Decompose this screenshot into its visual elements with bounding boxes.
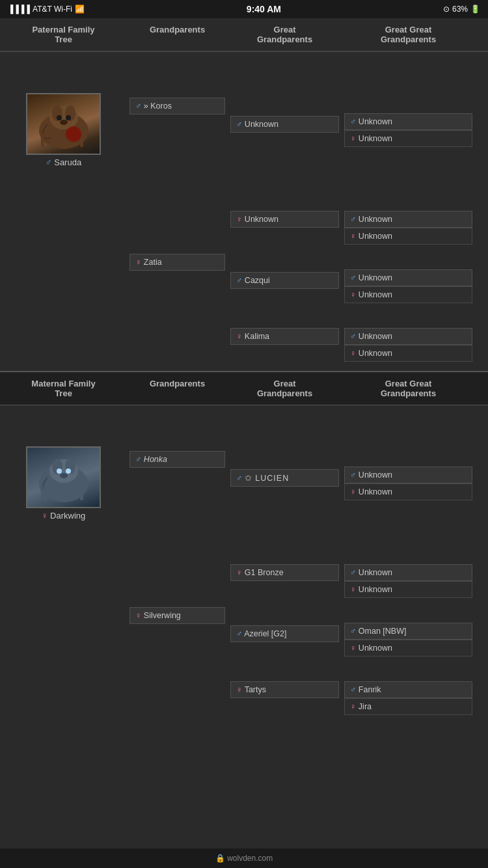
empty-m4 bbox=[0, 697, 127, 699]
paternal-header: Paternal FamilyTree Grandparents GreatGr… bbox=[0, 18, 488, 52]
gggp-mat-3-cell: ♂ Oman [NBW] ♀ Unknown bbox=[342, 620, 475, 659]
signal-icon: ▐▐▐▐ bbox=[8, 5, 30, 14]
gggp-mat-1-m[interactable]: ♂ Unknown bbox=[344, 467, 472, 483]
gp2-silverwing[interactable]: ♀ Silverwing bbox=[129, 607, 225, 624]
footer-lock-icon: 🔒 bbox=[215, 854, 225, 863]
gggp1-cell: ♂ Unknown ♀ Unknown bbox=[342, 111, 475, 150]
gggp4-m[interactable]: ♂ Unknown bbox=[344, 328, 472, 345]
silverwing-cell: ♀ Silverwing bbox=[127, 601, 228, 679]
svg-point-14 bbox=[57, 468, 62, 474]
silverwing-gender: ♀ bbox=[135, 611, 141, 620]
maternal-tree: ♀ Darkwing ♂ Honka ♂ ✩ LUCIEN ♂ Unknown bbox=[0, 405, 488, 724]
maternal-row-4: ♀ Tartys ♂ Fanrik ♀ Jira bbox=[0, 679, 488, 718]
maternal-tree-label: Maternal FamilyTree bbox=[0, 377, 127, 400]
svg-rect-17 bbox=[41, 487, 44, 500]
ggp1-gender: ♂ bbox=[236, 120, 242, 129]
darkwing-portrait[interactable] bbox=[26, 446, 101, 508]
honka-gender: ♂ bbox=[135, 455, 141, 464]
maternal-row-2: ♀ G1 Bronze ♂ Unknown ♀ Unknown bbox=[0, 562, 488, 601]
gggp2-m[interactable]: ♂ Unknown bbox=[344, 211, 472, 228]
ggp4-kalima[interactable]: ♀ Kalima bbox=[230, 328, 339, 345]
lucien-gender: ♂ bbox=[236, 474, 242, 483]
gggp-mat-4-f[interactable]: ♀ Jira bbox=[344, 698, 472, 715]
paternal-row-1: ♂ Saruda ♂ » Koros ♂ Unknown ♂ Unknown bbox=[0, 52, 488, 208]
ggp3-cell: ♂ Cazqui bbox=[228, 267, 342, 306]
gggp-mat-4-m[interactable]: ♂ Fanrik bbox=[344, 681, 472, 698]
svg-point-4 bbox=[57, 115, 62, 120]
lucien-name: ✩ LUCIEN bbox=[245, 474, 289, 483]
gggp-mat-1-cell: ♂ Unknown ♀ Unknown bbox=[342, 464, 475, 503]
wifi-icon: 📶 bbox=[75, 5, 85, 14]
status-bar: ▐▐▐▐ AT&T Wi-Fi 📶 9:40 AM ⊙ 63% 🔋 bbox=[0, 0, 488, 18]
tartys-gender: ♀ bbox=[236, 685, 242, 694]
empty-m1 bbox=[0, 580, 127, 582]
battery-icon: 🔋 bbox=[470, 5, 480, 14]
svg-point-6 bbox=[60, 120, 68, 125]
maternal-row-3: ♀ Silverwing ♂ Azeriel [G2] ♂ Oman [NBW]… bbox=[0, 601, 488, 679]
gggp-mat-2-f[interactable]: ♀ Unknown bbox=[344, 581, 472, 598]
ggp2-cell: ♀ Unknown bbox=[228, 208, 342, 247]
honka-cell: ♂ Honka bbox=[127, 444, 228, 522]
paternal-ggp-label: GreatGrandparents bbox=[228, 23, 342, 46]
zatia-gender: ♀ bbox=[135, 258, 141, 267]
gggp-mat-3-f[interactable]: ♀ Unknown bbox=[344, 640, 472, 657]
paternal-row-3: ♀ Zatia ♂ Cazqui ♂ Unknown ♀ Unknown bbox=[0, 247, 488, 325]
gggp-mat-2-m[interactable]: ♂ Unknown bbox=[344, 564, 472, 581]
darkwing-gender-icon: ♀ bbox=[42, 511, 48, 521]
gggp1-f[interactable]: ♀ Unknown bbox=[344, 130, 472, 147]
gggp1-m[interactable]: ♂ Unknown bbox=[344, 113, 472, 130]
ggp3-azeriel[interactable]: ♂ Azeriel [G2] bbox=[230, 625, 339, 642]
ggp1[interactable]: ♂ Unknown bbox=[230, 116, 339, 133]
svg-point-9 bbox=[66, 126, 81, 142]
battery-label: 63% bbox=[452, 5, 468, 14]
maternal-row-1: ♀ Darkwing ♂ Honka ♂ ✩ LUCIEN ♂ Unknown bbox=[0, 405, 488, 562]
paternal-row-4: ♀ Kalima ♂ Unknown ♀ Unknown bbox=[0, 325, 488, 364]
cazqui-gender: ♂ bbox=[236, 276, 242, 285]
subject-darkwing-cell: ♀ Darkwing bbox=[0, 405, 127, 562]
ggp2-g1bronze[interactable]: ♀ G1 Bronze bbox=[230, 564, 339, 581]
silverwing-name: Silverwing bbox=[144, 611, 181, 620]
empty-m3 bbox=[0, 638, 127, 641]
empty-m2 bbox=[127, 580, 228, 582]
gggp4-cell: ♂ Unknown ♀ Unknown bbox=[342, 325, 475, 364]
ggp1-name: Unknown bbox=[245, 120, 278, 129]
gggp3-m[interactable]: ♂ Unknown bbox=[344, 269, 472, 286]
ggp4-cell: ♀ Kalima bbox=[228, 325, 342, 364]
gggp-mat-1-f[interactable]: ♀ Unknown bbox=[344, 483, 472, 500]
lock-icon: ⊙ bbox=[443, 5, 450, 14]
saruda-portrait[interactable] bbox=[26, 93, 101, 155]
ggp1-lucien[interactable]: ♂ ✩ LUCIEN bbox=[230, 469, 339, 487]
saruda-name[interactable]: ♂ Saruda bbox=[46, 157, 81, 167]
gp1-koros[interactable]: ♂ » Koros bbox=[129, 98, 225, 115]
saruda-gender-icon: ♂ bbox=[46, 157, 52, 167]
koros-gender: ♂ bbox=[135, 102, 141, 111]
g1bronze-gender: ♀ bbox=[236, 568, 242, 577]
gggp4-f[interactable]: ♀ Unknown bbox=[344, 345, 472, 362]
footer-text: wolvden.com bbox=[227, 854, 273, 863]
gggp3-f[interactable]: ♀ Unknown bbox=[344, 286, 472, 303]
g1bronze-cell: ♀ G1 Bronze bbox=[228, 562, 342, 601]
ggp4-tartys[interactable]: ♀ Tartys bbox=[230, 681, 339, 698]
gggp2-cell: ♂ Unknown ♀ Unknown bbox=[342, 208, 475, 247]
gggp-mat-2-cell: ♂ Unknown ♀ Unknown bbox=[342, 562, 475, 601]
azeriel-gender: ♂ bbox=[236, 629, 242, 638]
gp1-honka[interactable]: ♂ Honka bbox=[129, 451, 225, 468]
paternal-tree: ♂ Saruda ♂ » Koros ♂ Unknown ♂ Unknown bbox=[0, 52, 488, 371]
gggp2-f[interactable]: ♀ Unknown bbox=[344, 228, 472, 245]
ggp2[interactable]: ♀ Unknown bbox=[230, 211, 339, 228]
gggp-mat-3-m[interactable]: ♂ Oman [NBW] bbox=[344, 623, 472, 640]
footer: 🔒 wolvden.com bbox=[0, 848, 488, 868]
ggp3-cazqui[interactable]: ♂ Cazqui bbox=[230, 272, 339, 289]
tartys-cell: ♀ Tartys bbox=[228, 679, 342, 718]
svg-point-5 bbox=[66, 115, 71, 120]
ggp2-gender: ♀ bbox=[236, 215, 242, 224]
darkwing-name[interactable]: ♀ Darkwing bbox=[42, 511, 86, 521]
azeriel-name: Azeriel [G2] bbox=[244, 629, 286, 638]
paternal-tree-label: Paternal FamilyTree bbox=[0, 23, 127, 46]
kalima-name: Kalima bbox=[245, 332, 269, 341]
maternal-header: Maternal FamilyTree Grandparents GreatGr… bbox=[0, 371, 488, 405]
maternal-gggp-label: Great GreatGrandparents bbox=[342, 377, 475, 400]
lucien-cell: ♂ ✩ LUCIEN bbox=[228, 464, 342, 503]
gp2-zatia[interactable]: ♀ Zatia bbox=[129, 254, 225, 271]
azeriel-cell: ♂ Azeriel [G2] bbox=[228, 620, 342, 659]
